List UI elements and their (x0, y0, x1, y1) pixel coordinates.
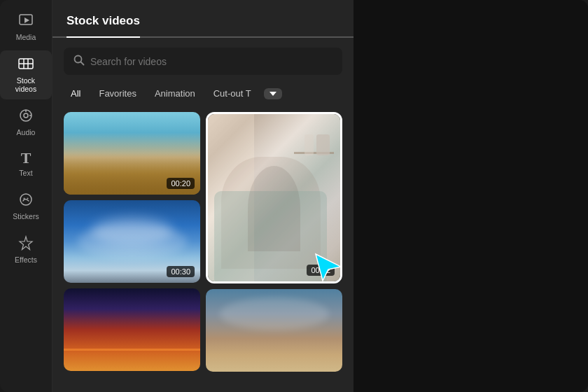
sunset-bg (64, 288, 200, 371)
svg-marker-1 (24, 18, 29, 23)
sidebar-media-label: Media (16, 33, 36, 42)
video-thumb-coastal[interactable]: 00:20 (64, 112, 200, 195)
cursor-arrow (310, 248, 342, 284)
video-thumb-sky[interactable]: 00:30 (64, 200, 200, 283)
video-duration-sky: 00:30 (167, 266, 195, 277)
sidebar-effects-label: Effects (15, 255, 37, 265)
video-thumb-clouds[interactable] (206, 289, 342, 372)
sidebar-item-text[interactable]: T Text (0, 145, 52, 183)
sidebar-item-stickers[interactable]: Stickers (0, 186, 52, 227)
svg-line-15 (81, 62, 84, 65)
filter-tab-animation[interactable]: Animation (148, 85, 202, 102)
sidebar-text-label: Text (19, 169, 32, 178)
clouds-bg (206, 289, 342, 372)
search-bar[interactable] (64, 48, 342, 75)
panel-header: Stock videos (52, 0, 354, 38)
video-thumb-sunset[interactable] (64, 288, 200, 371)
panel-title-underline (66, 36, 140, 38)
sidebar-item-effects[interactable]: Effects (0, 230, 52, 270)
svg-marker-16 (316, 254, 341, 281)
filter-tab-favorites[interactable]: Favorites (92, 85, 143, 102)
video-col-left: 00:20 00:30 (64, 112, 200, 381)
svg-marker-13 (20, 237, 32, 250)
sidebar-audio-label: Audio (17, 128, 36, 137)
filter-tab-all[interactable]: All (64, 85, 88, 102)
stock-videos-panel: Stock videos All Favorites Animation Cut… (52, 0, 354, 392)
sidebar-stickers-label: Stickers (13, 212, 38, 221)
media-icon (18, 13, 34, 30)
filter-tabs: All Favorites Animation Cut-out T (64, 85, 342, 102)
svg-point-12 (27, 197, 29, 199)
sidebar: Media Stockvideos Audio T Text (0, 0, 52, 392)
sidebar-item-stock-videos[interactable]: Stockvideos (0, 50, 52, 99)
right-panel (354, 0, 588, 392)
filter-tab-cut-out[interactable]: Cut-out T (206, 85, 258, 102)
filter-more-dropdown[interactable] (264, 88, 282, 99)
text-icon: T (21, 150, 31, 166)
audio-icon (18, 108, 34, 125)
svg-point-7 (24, 113, 28, 118)
chevron-down-icon (270, 92, 276, 96)
sidebar-item-audio[interactable]: Audio (0, 102, 52, 143)
sidebar-stock-videos-label: Stockvideos (15, 76, 36, 94)
search-input[interactable] (90, 56, 332, 67)
video-grid: 00:20 00:30 (52, 112, 354, 392)
video-thumb-mother-child[interactable]: 00:12 (206, 112, 342, 284)
search-icon (74, 55, 85, 68)
effects-icon (18, 235, 34, 253)
stickers-icon (18, 192, 34, 209)
video-duration-coastal: 00:20 (167, 178, 195, 189)
panel-title: Stock videos (66, 14, 340, 36)
video-col-right: 00:12 (206, 112, 342, 381)
svg-point-11 (24, 197, 25, 199)
stock-videos-icon (18, 56, 34, 74)
sidebar-item-media[interactable]: Media (0, 7, 52, 48)
